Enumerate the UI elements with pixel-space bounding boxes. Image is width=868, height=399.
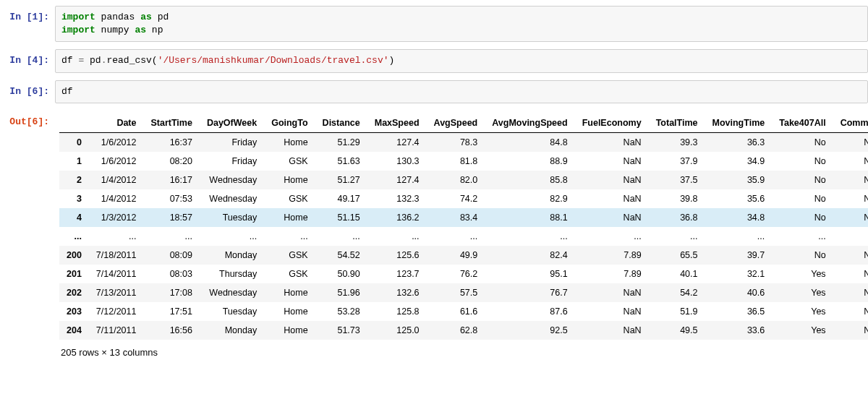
cell: 49.5 xyxy=(649,321,705,340)
cell: NaN xyxy=(575,171,649,189)
cell: 127.4 xyxy=(367,171,427,189)
cell: 34.8 xyxy=(705,208,773,227)
code-cell-3: In [6]: df xyxy=(0,80,868,111)
cell: 87.6 xyxy=(485,302,574,321)
cell: 16:17 xyxy=(143,171,199,189)
code-line: import numpy as np xyxy=(61,24,861,37)
cell: 7/12/2011 xyxy=(89,302,144,321)
cell: 74.2 xyxy=(427,189,485,208)
cell: No xyxy=(772,246,833,265)
cell: Wednesday xyxy=(200,283,264,302)
cell: 49.9 xyxy=(427,246,485,265)
cell: No xyxy=(772,208,833,227)
cell: 08:09 xyxy=(143,246,199,265)
cell: 51.73 xyxy=(315,321,367,340)
column-header: FuelEconomy xyxy=(575,113,649,133)
cell: Home xyxy=(264,132,315,152)
input-prompt: In [4]: xyxy=(0,49,55,80)
cell: 83.4 xyxy=(427,208,485,227)
cell: 125.6 xyxy=(367,246,427,265)
cell: 62.8 xyxy=(427,321,485,340)
cell: 57.5 xyxy=(427,283,485,302)
code-input[interactable]: import pandas as pd import numpy as np xyxy=(55,6,868,42)
table-header-row: DateStartTimeDayOfWeekGoingToDistanceMax… xyxy=(59,113,868,133)
code-input[interactable]: df xyxy=(55,80,868,103)
cell: NaN xyxy=(575,321,649,340)
table-row: 41/3/201218:57TuesdayHome51.15136.283.48… xyxy=(59,208,868,227)
row-index: 2 xyxy=(59,171,89,189)
cell: NaN xyxy=(575,132,649,152)
cell: Monday xyxy=(200,246,264,265)
cell: 37.5 xyxy=(649,171,705,189)
cell: 7/11/2011 xyxy=(89,321,144,340)
output-cell: Out[6]: DateStartTimeDayOfWeekGoingToDis… xyxy=(0,111,868,358)
code-line: df xyxy=(61,85,861,98)
column-header: Take407All xyxy=(772,113,833,133)
cell: ... xyxy=(264,227,315,246)
cell: Thursday xyxy=(200,265,264,283)
cell: 17:08 xyxy=(143,283,199,302)
row-index: 1 xyxy=(59,152,89,171)
cell: Tuesday xyxy=(200,208,264,227)
cell: Home xyxy=(264,283,315,302)
cell: 36.5 xyxy=(705,302,773,321)
prompt-close: ]: xyxy=(38,116,49,127)
row-index: 203 xyxy=(59,302,89,321)
column-header: AvgMovingSpeed xyxy=(485,113,574,133)
input-prompt: In [6]: xyxy=(0,80,55,111)
prompt-out-label: Out[ xyxy=(9,116,32,127)
cell: 33.6 xyxy=(705,321,773,340)
cell: NaN xyxy=(833,171,868,189)
output-area: DateStartTimeDayOfWeekGoingToDistanceMax… xyxy=(55,111,868,358)
cell: ... xyxy=(575,227,649,246)
cell: NaN xyxy=(575,208,649,227)
dataframe-table: DateStartTimeDayOfWeekGoingToDistanceMax… xyxy=(59,113,868,340)
cell: 88.9 xyxy=(485,152,574,171)
cell: 1/4/2012 xyxy=(89,189,144,208)
cell: 39.7 xyxy=(705,246,773,265)
cell: 82.9 xyxy=(485,189,574,208)
cell: NaN xyxy=(575,152,649,171)
cell: NaN xyxy=(833,189,868,208)
cell: 7.89 xyxy=(575,246,649,265)
cell: GSK xyxy=(264,189,315,208)
cell: 82.4 xyxy=(485,246,574,265)
cell: 127.4 xyxy=(367,132,427,152)
table-row: 11/6/201208:20FridayGSK51.63130.381.888.… xyxy=(59,152,868,171)
cell: 07:53 xyxy=(143,189,199,208)
cell: 50.90 xyxy=(315,265,367,283)
cell: 49.17 xyxy=(315,189,367,208)
table-row: 2017/14/201108:03ThursdayGSK50.90123.776… xyxy=(59,265,868,283)
column-header xyxy=(59,113,89,133)
cell: 95.1 xyxy=(485,265,574,283)
cell: 36.3 xyxy=(705,132,773,152)
cell: 81.8 xyxy=(427,152,485,171)
cell: 36.8 xyxy=(649,208,705,227)
column-header: MovingTime xyxy=(705,113,773,133)
cell: NaN xyxy=(833,283,868,302)
column-header: Date xyxy=(89,113,144,133)
cell: GSK xyxy=(264,265,315,283)
cell: ... xyxy=(367,227,427,246)
cell: 16:56 xyxy=(143,321,199,340)
column-header: Distance xyxy=(315,113,367,133)
column-header: GoingTo xyxy=(264,113,315,133)
code-input[interactable]: df = pd.read_csv('/Users/manishkumar/Dow… xyxy=(55,49,868,72)
code-line: import pandas as pd xyxy=(61,11,861,24)
cell: Wednesday xyxy=(200,171,264,189)
prompt-close: ]: xyxy=(38,86,49,97)
row-index: 4 xyxy=(59,208,89,227)
cell: Home xyxy=(264,321,315,340)
cell: 40.6 xyxy=(705,283,773,302)
column-header: Comment xyxy=(833,113,868,133)
cell: Home xyxy=(264,208,315,227)
cell: NaN xyxy=(833,265,868,283)
cell: 136.2 xyxy=(367,208,427,227)
prompt-in-label: In [ xyxy=(9,86,32,97)
cell: 53.28 xyxy=(315,302,367,321)
cell: ... xyxy=(485,227,574,246)
cell: Wednesday xyxy=(200,189,264,208)
cell: NaN xyxy=(833,321,868,340)
cell: 123.7 xyxy=(367,265,427,283)
cell: Home xyxy=(264,171,315,189)
